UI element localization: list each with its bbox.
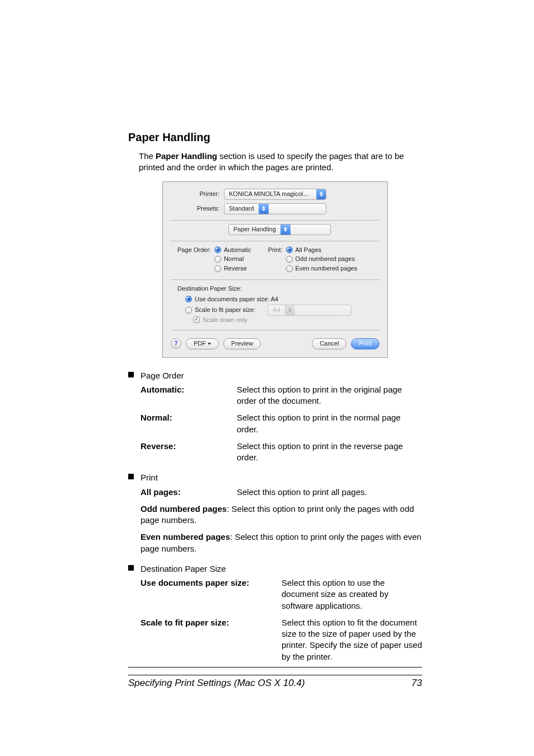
- checkbox-scale-down-label: Scale down only: [203, 316, 247, 324]
- radio-automatic[interactable]: [214, 246, 221, 253]
- def-all-term: All pages:: [140, 487, 237, 498]
- destination-title: Destination Paper Size:: [177, 284, 380, 293]
- preview-button[interactable]: Preview: [223, 338, 261, 349]
- def-odd: Odd numbered pages: Select this option t…: [140, 503, 422, 526]
- def-reverse-term: Reverse:: [140, 441, 237, 464]
- def-normal-term: Normal:: [140, 412, 237, 435]
- page-order-label: Page Order:: [177, 246, 211, 253]
- printer-label: Printer:: [171, 190, 224, 198]
- radio-even-pages-label: Even numbered pages: [296, 264, 358, 273]
- def-even-term: Even numbered pages: [140, 532, 230, 542]
- radio-scale-to-fit[interactable]: [185, 307, 192, 314]
- printer-value: KONICA MINOLTA magicolor …: [224, 190, 316, 198]
- radio-use-doc-size-label: Use documents paper size: A4: [195, 295, 278, 304]
- select-arrows-icon: [280, 225, 291, 235]
- select-arrows-icon: [316, 189, 326, 199]
- page-number: 73: [411, 678, 422, 689]
- pane-value: Paper Handling: [229, 225, 280, 234]
- intro-paragraph: The Paper Handling section is used to sp…: [139, 151, 422, 174]
- destination-heading: Destination Paper Size: [140, 563, 422, 575]
- pdf-button[interactable]: PDF: [186, 338, 219, 349]
- select-arrows-icon: [285, 305, 295, 315]
- page-footer: Specifying Print Settings (Mac OS X 10.4…: [128, 675, 422, 689]
- divider: [171, 279, 380, 280]
- divider: [171, 241, 380, 241]
- chevron-down-icon: [208, 343, 211, 345]
- radio-all-pages-label: All Pages: [296, 246, 321, 254]
- scale-paper-value: A4: [268, 306, 284, 314]
- radio-normal-label: Normal: [224, 255, 243, 263]
- checkbox-scale-down: [193, 316, 200, 323]
- bullet-icon: [128, 474, 134, 479]
- footer-text: Specifying Print Settings (Mac OS X 10.4…: [128, 678, 305, 689]
- def-automatic-desc: Select this option to print in the origi…: [237, 384, 422, 407]
- print-label: Print:: [268, 246, 283, 253]
- def-odd-term: Odd numbered pages: [140, 504, 227, 514]
- printer-select[interactable]: KONICA MINOLTA magicolor …: [224, 189, 326, 200]
- def-scale-desc: Select this option to fit the document s…: [282, 617, 422, 662]
- def-all-desc: Select this option to print all pages.: [237, 487, 422, 498]
- cancel-button[interactable]: Cancel: [312, 338, 346, 349]
- footer-rule: [128, 667, 422, 668]
- divider: [171, 220, 380, 221]
- def-reverse-desc: Select this option to print in the rever…: [237, 441, 422, 464]
- bullet-icon: [128, 565, 134, 571]
- page-order-heading: Page Order: [140, 370, 422, 381]
- def-usedoc-desc: Select this option to use the document s…: [282, 577, 422, 612]
- section-title: Paper Handling: [128, 130, 422, 145]
- def-automatic-term: Automatic:: [140, 384, 237, 407]
- radio-odd-pages-label: Odd numbered pages: [296, 255, 355, 263]
- bullet-icon: [128, 372, 134, 377]
- intro-text-1: The: [139, 151, 156, 161]
- print-button[interactable]: Print: [351, 338, 380, 349]
- def-normal-desc: Select this option to print in the norma…: [237, 412, 422, 435]
- radio-all-pages[interactable]: [286, 246, 293, 253]
- presets-value: Standard: [224, 204, 259, 213]
- radio-odd-pages[interactable]: [286, 256, 293, 263]
- radio-use-doc-size[interactable]: [185, 296, 192, 302]
- divider: [171, 330, 380, 330]
- radio-scale-to-fit-label: Scale to fit paper size:: [195, 306, 255, 314]
- def-scale-term: Scale to fit paper size:: [140, 617, 282, 662]
- radio-reverse[interactable]: [214, 265, 221, 272]
- print-heading: Print: [140, 472, 422, 483]
- presets-label: Presets:: [171, 204, 224, 213]
- help-button[interactable]: ?: [171, 338, 181, 349]
- radio-reverse-label: Reverse: [224, 264, 247, 273]
- def-even: Even numbered pages: Select this option …: [140, 531, 422, 554]
- radio-even-pages[interactable]: [286, 265, 293, 272]
- def-usedoc-term: Use documents paper size:: [140, 577, 282, 612]
- intro-bold: Paper Handling: [156, 151, 217, 161]
- pdf-button-label: PDF: [194, 339, 206, 348]
- presets-select[interactable]: Standard: [224, 203, 326, 214]
- pane-select[interactable]: Paper Handling: [228, 224, 331, 235]
- radio-normal[interactable]: [214, 256, 221, 263]
- scale-paper-select: A4: [268, 305, 352, 316]
- select-arrows-icon: [259, 204, 269, 214]
- radio-automatic-label: Automatic: [224, 246, 251, 254]
- print-dialog: Printer: KONICA MINOLTA magicolor … Pres…: [162, 181, 388, 358]
